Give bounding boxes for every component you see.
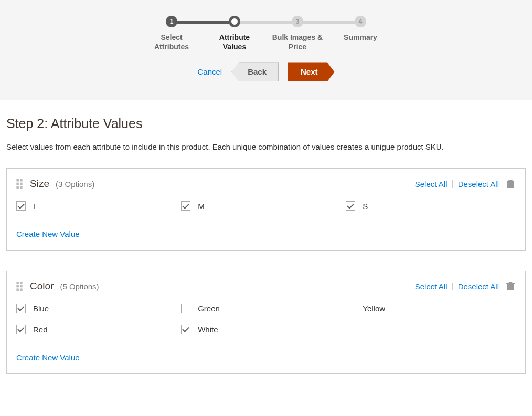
option-checkbox[interactable] [181,325,190,334]
options-grid: LMS [16,201,516,222]
svg-rect-0 [16,179,19,182]
step-label-4: Summary [344,33,377,42]
option-item: Blue [16,304,181,313]
svg-rect-7 [20,282,23,284]
step-circle-2 [229,16,240,27]
create-new-value-button[interactable]: Create New Value [16,353,80,362]
step-circle-1: 1 [166,16,177,27]
select-all-button[interactable]: Select All [415,180,448,189]
attribute-header: Color(5 Options)Select All|Deselect All [16,280,516,292]
create-new-value-button[interactable]: Create New Value [16,230,80,238]
page-description: Select values from each attribute to inc… [6,141,526,153]
option-item: S [346,201,510,211]
divider: | [451,179,453,189]
svg-rect-10 [16,289,19,292]
step-circle-3: 3 [292,16,303,27]
option-checkbox[interactable] [181,304,190,313]
option-checkbox[interactable] [181,201,190,211]
option-label: S [363,202,368,211]
back-button[interactable]: Back [231,62,279,81]
deselect-all-button[interactable]: Deselect All [458,282,499,291]
step-4: 4 Summary [329,16,392,42]
trash-icon[interactable] [505,178,516,190]
wizard-header: 1 SelectAttributes AttributeValues 3 Bul… [0,0,532,100]
wizard-actions: Cancel Back Next [10,62,522,81]
option-checkbox[interactable] [16,325,26,334]
attribute-name: Size [30,178,49,190]
wizard-steps: 1 SelectAttributes AttributeValues 3 Bul… [140,16,392,51]
svg-rect-2 [16,183,19,185]
svg-rect-3 [20,183,23,185]
svg-rect-9 [20,285,23,288]
option-label: White [198,325,218,334]
option-label: Green [198,304,220,313]
option-label: Red [33,325,48,334]
select-all-button[interactable]: Select All [415,282,448,291]
option-label: L [33,202,37,211]
step-label-2: AttributeValues [219,33,250,51]
attribute-actions: Select All|Deselect All [415,178,516,190]
svg-rect-8 [16,285,19,288]
option-checkbox[interactable] [346,304,355,313]
option-label: M [198,202,205,211]
svg-rect-1 [20,179,23,182]
option-count: (3 Options) [56,180,94,189]
option-item: Yellow [346,304,510,313]
option-item: Green [181,304,346,313]
option-label: Yellow [363,304,385,313]
svg-rect-11 [20,289,23,292]
option-item: M [181,201,346,211]
trash-icon[interactable] [505,280,516,292]
drag-handle-icon[interactable] [16,179,23,189]
attribute-header: Size(3 Options)Select All|Deselect All [16,178,516,190]
option-item: L [16,201,181,211]
attribute-name: Color [30,280,54,292]
next-button[interactable]: Next [288,62,335,81]
attribute-box-size: Size(3 Options)Select All|Deselect AllLM… [6,168,526,251]
option-count: (5 Options) [60,282,99,291]
step-circle-4: 4 [355,16,366,27]
svg-rect-6 [16,282,19,284]
cancel-button[interactable]: Cancel [197,67,222,76]
drag-handle-icon[interactable] [16,282,23,291]
option-checkbox[interactable] [16,201,26,211]
svg-rect-4 [16,186,19,189]
option-label: Blue [33,304,49,313]
options-grid: BlueGreenYellowRedWhite [16,304,516,346]
option-item: Red [16,325,181,334]
step-label-3: Bulk Images &Price [272,33,323,51]
option-checkbox[interactable] [346,201,355,211]
content: Step 2: Attribute Values Select values f… [0,100,532,404]
page-title: Step 2: Attribute Values [6,116,526,131]
attribute-actions: Select All|Deselect All [415,280,516,292]
svg-rect-5 [20,186,23,189]
deselect-all-button[interactable]: Deselect All [458,180,499,189]
option-item: White [181,325,346,334]
step-label-1: SelectAttributes [154,33,189,51]
option-checkbox[interactable] [16,304,26,313]
divider: | [451,282,453,291]
attribute-box-color: Color(5 Options)Select All|Deselect AllB… [6,271,526,374]
